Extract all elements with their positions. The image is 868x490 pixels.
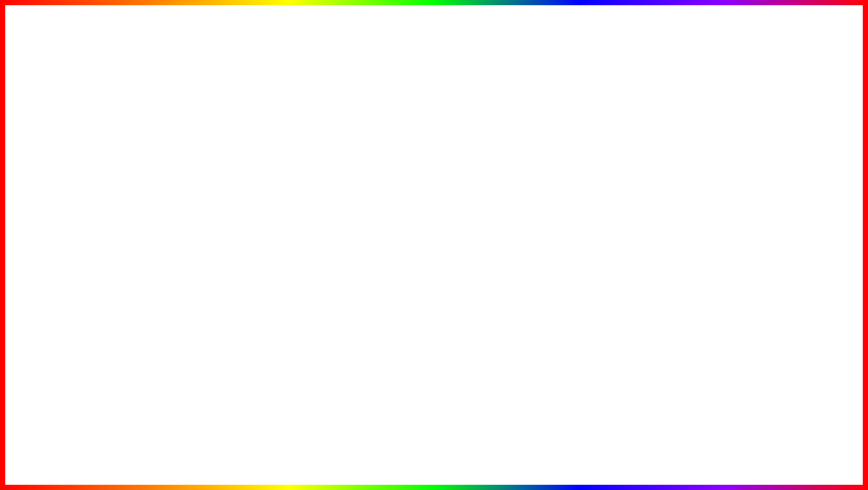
specs-button[interactable]: SPECS bbox=[441, 9, 466, 18]
player-icon: 👤 bbox=[54, 138, 63, 147]
nav-character-icon[interactable]: 🏃 bbox=[624, 140, 633, 149]
script-text: SCRIPT bbox=[397, 428, 529, 469]
camera-lock-input[interactable] bbox=[775, 129, 793, 138]
maxhub-title: MaxHub bbox=[90, 167, 261, 174]
no-dash-toggle[interactable] bbox=[809, 210, 822, 216]
auto-spawn-toggle[interactable] bbox=[809, 275, 822, 281]
input-value-2[interactable] bbox=[801, 136, 826, 146]
nav-trigger-icon[interactable]: 🎮 bbox=[624, 198, 633, 207]
combat-icon: ⚔ bbox=[54, 163, 63, 173]
pastebin-text: PASTEBIN bbox=[533, 428, 713, 469]
zaphub-controls: ✎ ⚙ ✕ bbox=[803, 167, 823, 173]
stomp-aura-toggle[interactable] bbox=[809, 249, 822, 255]
player-pc-tab-icon: 👤 bbox=[726, 182, 732, 187]
zaphub-items: No Jump Cooldown No Dash Cooldown Infini… bbox=[690, 192, 827, 300]
sidebar-item-esp[interactable]: 👁 ESP bbox=[41, 209, 76, 234]
combat-tab-icon: ⚔ bbox=[799, 182, 803, 187]
menu-item-utility[interactable]: ▣ Utility Shits bbox=[85, 239, 174, 253]
no-jump-toggle[interactable] bbox=[809, 197, 822, 203]
menu-item-parry-section[interactable]: ▣ Parry Section bbox=[85, 197, 174, 211]
menu-item-settings[interactable]: ▣ Settings/Credits bbox=[85, 253, 174, 267]
nav-aiming-icon[interactable]: ⊙ bbox=[624, 126, 633, 135]
tab-combat[interactable]: ⚔ Combat bbox=[793, 176, 827, 192]
menu-item-changelog[interactable]: ▣ Changelog bbox=[85, 267, 174, 281]
top-text: TOP bbox=[292, 415, 393, 472]
misc-icon: + bbox=[54, 188, 63, 198]
best-text: BEST bbox=[155, 415, 287, 472]
zaphub-title: ZapHub | Combat Warriors bbox=[695, 167, 763, 173]
inf-stamina-toggle[interactable] bbox=[241, 256, 255, 263]
maxhub-menu: ▣ Player Section ▣ Parry Section ▣ Aim/C… bbox=[85, 183, 174, 281]
player-mobil-tab-icon: 📱 bbox=[761, 182, 766, 187]
maxhub-header: MaxHub Signed By JMaxeyy bbox=[85, 163, 266, 183]
inf-stamina-chevron: ▾ bbox=[257, 257, 259, 262]
no-ragdoll-zh-toggle[interactable] bbox=[809, 288, 822, 294]
maxhub-welcome: Welcome, XxArSendxX | Or: Sky bbox=[174, 183, 266, 197]
sidebar-item-player[interactable]: 👤 Player bbox=[41, 133, 76, 158]
input-value-3[interactable] bbox=[801, 147, 826, 156]
warrior-logo-text: CW bbox=[800, 411, 821, 426]
title-warriors: WARRIORS bbox=[408, 23, 774, 98]
content-player-region: Player Region | ID bbox=[180, 200, 261, 213]
nav-blatant-icon[interactable]: ⊕ bbox=[624, 155, 633, 164]
no-ragdoll-chevron: ▾ bbox=[257, 272, 259, 277]
tab-player-mobil[interactable]: 📱 Player (Mobil) bbox=[759, 176, 793, 192]
menu-item-player-section[interactable]: ▣ Player Section bbox=[85, 183, 174, 197]
menu-item-aid[interactable]: ▣ Aid Section bbox=[85, 225, 174, 239]
warrior-image: CW bbox=[751, 355, 828, 432]
zaphub-panel: ZapHub | Combat Warriors ✎ ⚙ ✕ ⚙ Misc 👤 … bbox=[689, 163, 828, 301]
alpha-label: ALPHA bbox=[41, 244, 76, 251]
menu-item-aim-combat[interactable]: ▣ Aim/Combat Section bbox=[85, 211, 174, 225]
item-anti-bear-trap: Anti Bear Trap and Fire Damage bbox=[690, 259, 827, 272]
content-synapse: Synapse | True bbox=[180, 213, 261, 226]
nav-antiaim-icon[interactable]: ↕ bbox=[624, 169, 633, 178]
no-fall-toggle[interactable] bbox=[809, 236, 822, 242]
item-no-fall-damage: No Fall Damage bbox=[690, 233, 827, 246]
zaphub-tabs: ⚙ Misc 👤 Player (PC) 📱 Player (Mobil) ⚔ … bbox=[690, 176, 827, 192]
disasters-button[interactable]: DISASTERS bbox=[402, 9, 439, 18]
tab-player-pc[interactable]: 👤 Player (PC) bbox=[725, 176, 759, 192]
sidebar-item-misc[interactable]: + Misc bbox=[41, 183, 76, 209]
misc-tab-icon: ⚙ bbox=[700, 182, 704, 187]
wt-section-aiming: Aiming Camera-Lock KeyBind bbox=[635, 126, 798, 143]
item-no-ragdoll: No Ragdoll bbox=[690, 285, 827, 298]
sidebar-item-rage[interactable]: ⊕ Rage bbox=[41, 108, 76, 133]
wt-left-nav: ⊙ 🏃 ⊕ ↕ 👁 🎮 ⚡ bbox=[622, 122, 635, 225]
rage-icon: ⊕ bbox=[54, 112, 63, 122]
no-ragdoll-toggle[interactable] bbox=[241, 271, 255, 278]
zaphub-edit-btn[interactable]: ✎ bbox=[803, 167, 808, 173]
content-sirhurt: SirHurt | False bbox=[180, 226, 261, 239]
anti-bear-trap-toggle[interactable] bbox=[809, 262, 822, 268]
item-no-jump-cooldown: No Jump Cooldown bbox=[690, 194, 827, 207]
zaphub-close-btn[interactable]: ✕ bbox=[818, 167, 823, 173]
nav-misc-icon[interactable]: ⚡ bbox=[624, 212, 633, 221]
wt-section-character: Character Mouse-Lock KeyBind bbox=[635, 143, 798, 159]
infinite-stamina-toggle[interactable] bbox=[809, 223, 822, 229]
toggle-inf-stamina: ◈ Inf Stamina ▾ bbox=[180, 252, 261, 267]
item-stomp-aura: Stomp Aura bbox=[690, 246, 827, 259]
toggle-no-ragdoll: ◈ No Ragdoll ▾ bbox=[180, 267, 261, 282]
content-krnl: Krnl | False bbox=[180, 239, 261, 252]
esp-icon: 👁 bbox=[54, 213, 63, 223]
main-title: COMBAT WARRIORS bbox=[0, 22, 868, 99]
maxhub-subtitle: Signed By JMaxeyy bbox=[90, 174, 261, 179]
nav-visuals-icon[interactable]: 👁 bbox=[624, 183, 633, 192]
wintertime-header: ✳ WinterTime Admin Panel | Game: Combat … bbox=[620, 107, 828, 122]
maxhub-panel: MaxHub Signed By JMaxeyy ▣ Player Sectio… bbox=[83, 162, 268, 286]
input-value-1[interactable] bbox=[801, 125, 826, 135]
item-auto-spawn: Auto Spawn bbox=[690, 272, 827, 285]
wt-game-name: Combat Warriors Beginners bbox=[717, 111, 788, 118]
top-bar: DISASTERS SPECS bbox=[402, 9, 466, 18]
mouse-lock-input[interactable] bbox=[775, 146, 793, 155]
item-infinite-stamina: Infinite Stamina bbox=[690, 220, 827, 233]
sidebar-item-combat[interactable]: ⚔ Combat bbox=[41, 158, 76, 183]
tab-misc[interactable]: ⚙ Misc bbox=[690, 176, 725, 192]
maxhub-content: Player Region | ID Synapse | True SirHur… bbox=[174, 197, 266, 285]
snowflake-icon: ✳ bbox=[624, 110, 630, 119]
item-no-dash-cooldown: No Dash Cooldown bbox=[690, 207, 827, 220]
zaphub-header: ZapHub | Combat Warriors ✎ ⚙ ✕ bbox=[690, 164, 827, 176]
zaphub-settings-btn[interactable]: ⚙ bbox=[810, 167, 815, 173]
wt-close-button[interactable]: ✕ bbox=[819, 111, 824, 118]
main-sidebar: ⊕ Rage 👤 Player ⚔ Combat + Misc 👁 ESP 18… bbox=[40, 103, 76, 256]
title-combat: COMBAT bbox=[94, 23, 380, 98]
